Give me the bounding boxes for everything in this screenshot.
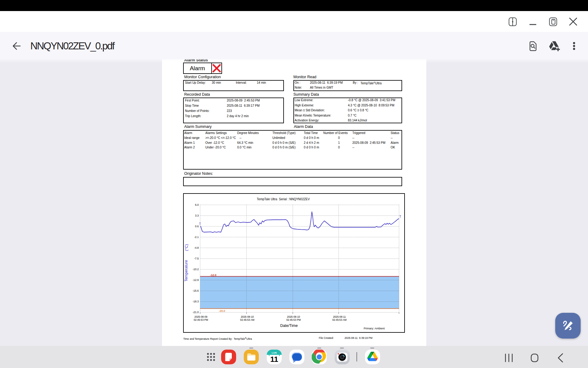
- svg-text:-7.5: -7.5: [194, 257, 198, 260]
- svg-text:0.6: 0.6: [195, 225, 198, 228]
- svg-text:-4.8: -4.8: [194, 246, 198, 249]
- svg-text:3.3: 3.3: [195, 214, 198, 217]
- svg-text:T: T: [199, 222, 201, 226]
- svg-text:02:45:53 PM: 02:45:53 PM: [194, 318, 208, 321]
- svg-text:-2.1: -2.1: [194, 236, 198, 239]
- svg-text:-10.2: -10.2: [192, 268, 198, 271]
- svg-text:02:45:53 PM: 02:45:53 PM: [286, 318, 300, 321]
- svg-text:-21.0: -21.0: [192, 311, 198, 314]
- svg-text:02:45:53 AM: 02:45:53 AM: [332, 318, 347, 321]
- svg-text:-20.0: -20.0: [219, 309, 225, 312]
- svg-text:11: 11: [270, 355, 278, 363]
- svg-text:-15.6: -15.6: [192, 289, 198, 292]
- svg-text:2025-08-10: 2025-08-10: [241, 315, 254, 318]
- svg-text:02:45:53 AM: 02:45:53 AM: [240, 318, 254, 321]
- svg-text:LUN: LUN: [272, 351, 277, 354]
- svg-text:-12.0: -12.0: [210, 274, 217, 277]
- svg-text:2025-08-09: 2025-08-09: [194, 315, 207, 318]
- svg-text:2025-08-10: 2025-08-10: [287, 315, 300, 318]
- svg-text:-12.9: -12.9: [192, 278, 198, 282]
- svg-text:(°C): (°C): [184, 244, 189, 251]
- svg-text:Temperature: Temperature: [184, 260, 188, 282]
- svg-text:Date/Time: Date/Time: [280, 324, 297, 328]
- svg-text:TempTale Ultra Serial : NNQYN: TempTale Ultra Serial : NNQYN02ZEV: [257, 197, 310, 201]
- svg-text:6.0: 6.0: [195, 203, 198, 206]
- svg-text:2025-08-11: 2025-08-11: [333, 315, 346, 318]
- svg-text:T: T: [399, 215, 401, 218]
- svg-text:Primary: Ambient: Primary: Ambient: [364, 327, 385, 330]
- svg-text:-18.3: -18.3: [192, 300, 198, 303]
